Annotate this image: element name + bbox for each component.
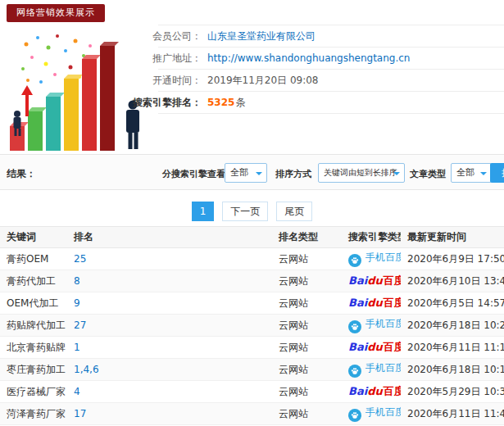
baidu-logo-icon: Baidu百度 bbox=[348, 385, 401, 397]
rank-count-number: 5325 bbox=[207, 97, 234, 108]
table-row: 菏泽膏药厂家 17 云网站 手机百度 2020年6月11日 11:40 bbox=[0, 403, 504, 425]
rank-type-cell: 云网站 bbox=[272, 315, 342, 337]
engine-cell: Baidu百度 bbox=[342, 292, 401, 315]
info-row-company: 会员公司： 山东皇圣堂药业有限公司 bbox=[158, 25, 504, 48]
chevron-down-icon bbox=[256, 172, 262, 179]
rank-cell[interactable]: 4 bbox=[67, 381, 272, 403]
keyword-cell: 膏药OEM bbox=[0, 248, 67, 270]
updated-cell: 2020年6月11日 11:18 bbox=[401, 337, 504, 359]
info-row-rank-count: 搜索引擎排名： 5325条 bbox=[158, 92, 504, 114]
paw-icon bbox=[351, 367, 359, 375]
keyword-cell: 膏药代加工 bbox=[0, 270, 67, 292]
marketing-report-page: 网络营销效果展示 bbox=[0, 0, 504, 426]
paw-icon bbox=[351, 323, 359, 331]
page-current[interactable]: 1 bbox=[192, 202, 215, 221]
rank-cell[interactable]: 27 bbox=[67, 315, 272, 337]
promo-url-link[interactable]: http://www.shandonghuangshengtang.cn bbox=[207, 48, 410, 70]
keyword-cell: 菏泽膏药厂家 bbox=[0, 403, 67, 425]
col-header-keyword: 关键词 bbox=[0, 227, 67, 248]
keyword-cell: OEM代加工 bbox=[0, 292, 67, 315]
rank-type-cell: 云网站 bbox=[272, 337, 342, 359]
baidu-logo-icon: Baidu百度 bbox=[348, 341, 401, 353]
page-next-button[interactable]: 下一页 bbox=[222, 202, 268, 221]
article-type-select[interactable]: 全部 bbox=[451, 163, 492, 183]
keyword-cell: 医疗器械厂家 bbox=[0, 381, 67, 403]
rank-type-cell: 云网站 bbox=[272, 270, 342, 292]
table-row: 膏药代加工 8 云网站 Baidu百度 2020年6月10日 13:40 bbox=[0, 270, 504, 292]
sort-select[interactable]: 关键词由短到长排序 bbox=[318, 163, 405, 183]
submit-button[interactable]: 提交 bbox=[490, 163, 504, 183]
updated-cell: 2020年6月9日 17:50 bbox=[401, 248, 504, 270]
rank-type-cell: 云网站 bbox=[272, 359, 342, 381]
rank-cell[interactable]: 25 bbox=[67, 248, 272, 270]
rank-type-cell: 云网站 bbox=[272, 403, 342, 425]
engine-cell: 手机百度 bbox=[342, 315, 401, 337]
table-row: 医疗器械厂家 4 云网站 Baidu百度 2020年5月29日 10:32 bbox=[0, 381, 504, 403]
article-type-value: 全部 bbox=[456, 167, 474, 178]
rank-cell[interactable]: 8 bbox=[67, 270, 272, 292]
engine-filter-label: 分搜索引擎查看 bbox=[162, 168, 225, 180]
paw-icon bbox=[351, 411, 359, 419]
page-title: 网络营销效果展示 bbox=[7, 4, 105, 22]
filter-bar: 结果： 分搜索引擎查看 全部 排序方式 关键词由短到长排序 文章类型 全部 提交 bbox=[0, 154, 504, 190]
sort-label: 排序方式 bbox=[275, 168, 311, 180]
mobile-baidu-icon bbox=[348, 409, 361, 422]
rank-count-suffix: 条 bbox=[235, 97, 245, 108]
engine-cell: 手机百度 bbox=[342, 403, 401, 425]
member-company-link[interactable]: 山东皇圣堂药业有限公司 bbox=[207, 25, 316, 48]
baidu-logo-icon: Baidu百度 bbox=[348, 297, 401, 309]
engine-cell: Baidu百度 bbox=[342, 381, 401, 403]
info-row-url: 推广地址： http://www.shandonghuangshengtang.… bbox=[158, 48, 504, 70]
table-header-row: 关键词 排名 排名类型 搜索引擎类型 最新更新时间 bbox=[0, 227, 504, 248]
engine-cell: Baidu百度 bbox=[342, 337, 401, 359]
rank-cell[interactable]: 1,4,6 bbox=[67, 359, 272, 381]
rank-type-cell: 云网站 bbox=[272, 381, 342, 403]
baidu-logo-icon: Baidu百度 bbox=[348, 274, 401, 287]
table-row: 枣庄膏药加工 1,4,6 云网站 手机百度 2020年6月18日 10:19 bbox=[0, 359, 504, 381]
table-row: 药贴牌代加工 27 云网站 手机百度 2020年6月18日 10:25 bbox=[0, 315, 504, 337]
keyword-cell: 枣庄膏药加工 bbox=[0, 359, 67, 381]
article-type-label: 文章类型 bbox=[410, 168, 446, 180]
engine-filter-select[interactable]: 全部 bbox=[225, 163, 267, 183]
mobile-baidu-icon bbox=[348, 254, 361, 267]
rank-cell[interactable]: 1 bbox=[67, 337, 272, 359]
updated-cell: 2020年6月11日 11:40 bbox=[401, 403, 504, 425]
rank-count-value: 5325条 bbox=[207, 92, 245, 114]
engine-label: 手机百度 bbox=[366, 362, 401, 374]
company-label: 会员公司： bbox=[152, 25, 202, 48]
sort-select-value: 关键词由短到长排序 bbox=[324, 168, 397, 177]
promo-url-label: 推广地址： bbox=[152, 48, 202, 70]
page-last-button[interactable]: 尾页 bbox=[276, 202, 312, 221]
paw-icon bbox=[351, 256, 359, 265]
result-label: 结果： bbox=[7, 167, 36, 181]
results-table: 关键词 排名 排名类型 搜索引擎类型 最新更新时间 膏药OEM 25 云网站 手… bbox=[0, 226, 504, 425]
engine-filter-value: 全部 bbox=[230, 167, 248, 178]
chevron-down-icon bbox=[393, 172, 400, 179]
keyword-cell: 北京膏药贴牌 bbox=[0, 337, 67, 359]
open-time-label: 开通时间： bbox=[152, 70, 202, 92]
mobile-baidu-icon bbox=[348, 320, 361, 333]
mobile-baidu-icon bbox=[348, 365, 361, 378]
results-table-body: 膏药OEM 25 云网站 手机百度 2020年6月9日 17:50 膏药代加工 … bbox=[0, 248, 504, 425]
col-header-updated: 最新更新时间 bbox=[401, 227, 504, 248]
col-header-rank-type: 排名类型 bbox=[272, 227, 342, 248]
engine-label: 手机百度 bbox=[366, 252, 401, 263]
table-row: 北京膏药贴牌 1 云网站 Baidu百度 2020年6月11日 11:18 bbox=[0, 337, 504, 359]
rank-cell[interactable]: 17 bbox=[67, 403, 272, 425]
info-row-open-time: 开通时间： 2019年11月20日 09:08 bbox=[158, 70, 504, 92]
rank-count-label: 搜索引擎排名： bbox=[133, 92, 202, 114]
engine-cell: 手机百度 bbox=[342, 248, 401, 270]
updated-cell: 2020年6月18日 10:19 bbox=[401, 359, 504, 381]
table-row: OEM代加工 9 云网站 Baidu百度 2020年6月5日 14:57 bbox=[0, 292, 504, 315]
confetti-dots bbox=[21, 34, 92, 84]
engine-label: 手机百度 bbox=[366, 318, 401, 329]
col-header-rank: 排名 bbox=[67, 227, 272, 248]
marketing-chart-illustration bbox=[3, 29, 152, 151]
updated-cell: 2020年6月10日 13:40 bbox=[401, 270, 504, 292]
table-row: 膏药OEM 25 云网站 手机百度 2020年6月9日 17:50 bbox=[0, 248, 504, 270]
col-header-engine-type: 搜索引擎类型 bbox=[342, 227, 401, 248]
rank-type-cell: 云网站 bbox=[272, 248, 342, 270]
rank-type-cell: 云网站 bbox=[272, 292, 342, 315]
engine-label: 手机百度 bbox=[366, 406, 401, 418]
rank-cell[interactable]: 9 bbox=[67, 292, 272, 315]
